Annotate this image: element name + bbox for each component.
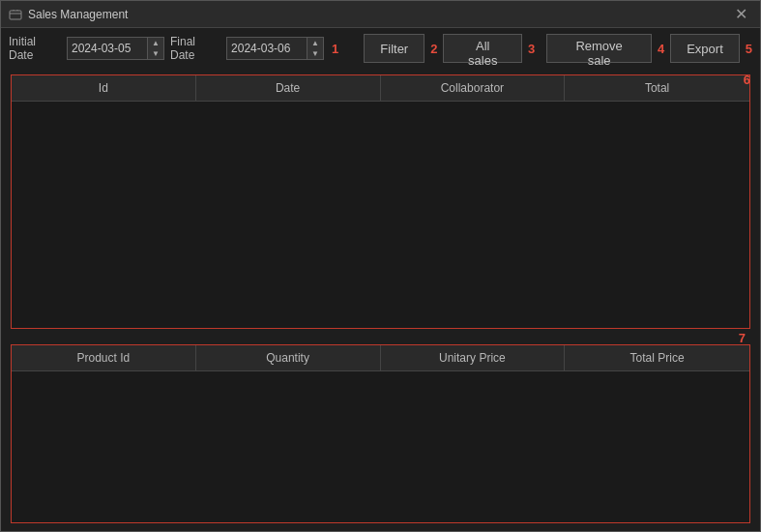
date-group: Initial Date ▲ ▼ Final Date ▲ ▼ — [9, 35, 324, 62]
annotation-2: 2 — [430, 42, 437, 56]
annotation-1: 1 — [332, 42, 338, 56]
bottom-col-product-id: Product Id — [12, 345, 196, 370]
annotation-4: 4 — [658, 42, 664, 56]
annotation-7: 7 — [739, 331, 746, 345]
bottom-col-total-price: Total Price — [565, 345, 749, 370]
annotation-6: 6 — [744, 73, 750, 87]
top-table: Id Date Collaborator Total — [11, 74, 750, 329]
initial-date-up-btn[interactable]: ▲ — [148, 38, 163, 48]
title-bar: Sales Management ✕ — [1, 1, 760, 28]
top-col-id: Id — [12, 75, 196, 101]
initial-date-down-btn[interactable]: ▼ — [148, 48, 163, 59]
initial-date-label: Initial Date — [9, 35, 61, 62]
initial-date-spinner: ▲ ▼ — [147, 38, 163, 59]
final-date-spinner: ▲ ▼ — [307, 38, 323, 59]
top-col-date: Date — [196, 75, 381, 101]
final-date-input[interactable] — [227, 40, 307, 57]
final-date-down-btn[interactable]: ▼ — [307, 48, 323, 59]
final-date-wrapper: ▲ ▼ — [226, 37, 324, 60]
top-col-collaborator: Collaborator — [381, 75, 566, 101]
annotation-3: 3 — [528, 42, 535, 56]
all-sales-button[interactable]: All sales — [443, 34, 522, 63]
top-table-header: Id Date Collaborator Total — [12, 75, 749, 102]
filter-button[interactable]: Filter — [364, 34, 424, 63]
top-table-body — [12, 102, 749, 328]
initial-date-input[interactable] — [68, 40, 147, 57]
final-date-label: Final Date — [170, 35, 220, 62]
window-title: Sales Management — [28, 8, 729, 21]
main-window: Sales Management ✕ Initial Date ▲ ▼ Fina… — [0, 0, 761, 532]
bottom-table-header: Product Id Quantity Unitary Price Total … — [12, 345, 749, 371]
remove-sale-button[interactable]: Remove sale — [546, 34, 652, 63]
bottom-table: Product Id Quantity Unitary Price Total … — [11, 344, 750, 523]
bottom-table-body — [12, 371, 749, 522]
content-area: 6 Id Date Collaborator Total 7 Product I… — [1, 67, 760, 531]
export-button[interactable]: Export — [670, 34, 740, 63]
bottom-section: 7 Product Id Quantity Unitary Price Tota… — [11, 344, 750, 523]
final-date-up-btn[interactable]: ▲ — [307, 38, 323, 48]
annotation-5: 5 — [746, 42, 752, 56]
bottom-col-quantity: Quantity — [196, 345, 381, 370]
close-button[interactable]: ✕ — [729, 3, 752, 26]
initial-date-wrapper: ▲ ▼ — [67, 37, 164, 60]
top-col-total: Total — [565, 75, 749, 101]
app-icon — [9, 8, 22, 21]
svg-rect-0 — [10, 11, 21, 19]
toolbar-row: Initial Date ▲ ▼ Final Date ▲ ▼ — [1, 28, 760, 67]
bottom-col-unitary-price: Unitary Price — [381, 345, 566, 370]
